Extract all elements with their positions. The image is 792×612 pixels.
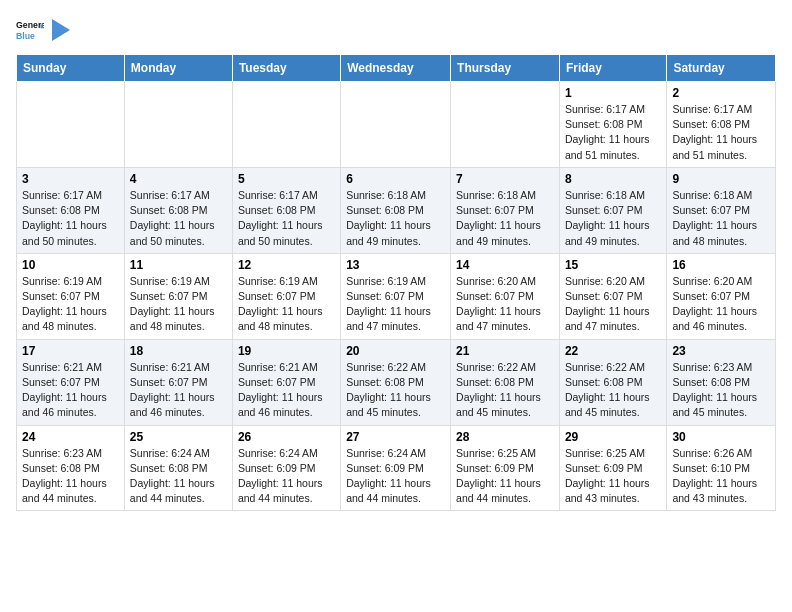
calendar-cell <box>124 82 232 168</box>
svg-text:Blue: Blue <box>16 31 35 41</box>
day-number: 10 <box>22 258 119 272</box>
day-number: 14 <box>456 258 554 272</box>
day-info: Sunrise: 6:20 AMSunset: 6:07 PMDaylight:… <box>672 274 770 335</box>
logo-icon: General Blue <box>16 16 44 44</box>
weekday-header-wednesday: Wednesday <box>341 55 451 82</box>
calendar-cell: 24Sunrise: 6:23 AMSunset: 6:08 PMDayligh… <box>17 425 125 511</box>
calendar-cell: 14Sunrise: 6:20 AMSunset: 6:07 PMDayligh… <box>451 253 560 339</box>
day-number: 4 <box>130 172 227 186</box>
day-number: 5 <box>238 172 335 186</box>
calendar-cell: 30Sunrise: 6:26 AMSunset: 6:10 PMDayligh… <box>667 425 776 511</box>
day-number: 1 <box>565 86 661 100</box>
svg-marker-3 <box>52 19 70 41</box>
calendar-week-2: 3Sunrise: 6:17 AMSunset: 6:08 PMDaylight… <box>17 167 776 253</box>
day-number: 15 <box>565 258 661 272</box>
day-number: 27 <box>346 430 445 444</box>
weekday-header-tuesday: Tuesday <box>232 55 340 82</box>
calendar-cell <box>17 82 125 168</box>
calendar-cell: 11Sunrise: 6:19 AMSunset: 6:07 PMDayligh… <box>124 253 232 339</box>
day-info: Sunrise: 6:19 AMSunset: 6:07 PMDaylight:… <box>22 274 119 335</box>
logo-arrow-icon <box>52 19 70 41</box>
day-info: Sunrise: 6:17 AMSunset: 6:08 PMDaylight:… <box>22 188 119 249</box>
day-info: Sunrise: 6:21 AMSunset: 6:07 PMDaylight:… <box>238 360 335 421</box>
day-info: Sunrise: 6:21 AMSunset: 6:07 PMDaylight:… <box>22 360 119 421</box>
day-info: Sunrise: 6:24 AMSunset: 6:08 PMDaylight:… <box>130 446 227 507</box>
day-number: 23 <box>672 344 770 358</box>
day-info: Sunrise: 6:23 AMSunset: 6:08 PMDaylight:… <box>672 360 770 421</box>
calendar-cell: 23Sunrise: 6:23 AMSunset: 6:08 PMDayligh… <box>667 339 776 425</box>
calendar-cell: 4Sunrise: 6:17 AMSunset: 6:08 PMDaylight… <box>124 167 232 253</box>
day-number: 13 <box>346 258 445 272</box>
calendar-week-3: 10Sunrise: 6:19 AMSunset: 6:07 PMDayligh… <box>17 253 776 339</box>
day-number: 11 <box>130 258 227 272</box>
day-info: Sunrise: 6:22 AMSunset: 6:08 PMDaylight:… <box>565 360 661 421</box>
calendar-cell: 16Sunrise: 6:20 AMSunset: 6:07 PMDayligh… <box>667 253 776 339</box>
day-number: 2 <box>672 86 770 100</box>
calendar-cell: 21Sunrise: 6:22 AMSunset: 6:08 PMDayligh… <box>451 339 560 425</box>
day-info: Sunrise: 6:18 AMSunset: 6:07 PMDaylight:… <box>672 188 770 249</box>
calendar-cell: 8Sunrise: 6:18 AMSunset: 6:07 PMDaylight… <box>559 167 666 253</box>
day-info: Sunrise: 6:17 AMSunset: 6:08 PMDaylight:… <box>238 188 335 249</box>
calendar-cell: 28Sunrise: 6:25 AMSunset: 6:09 PMDayligh… <box>451 425 560 511</box>
calendar-cell: 27Sunrise: 6:24 AMSunset: 6:09 PMDayligh… <box>341 425 451 511</box>
day-info: Sunrise: 6:17 AMSunset: 6:08 PMDaylight:… <box>565 102 661 163</box>
day-number: 29 <box>565 430 661 444</box>
calendar-cell: 26Sunrise: 6:24 AMSunset: 6:09 PMDayligh… <box>232 425 340 511</box>
day-number: 3 <box>22 172 119 186</box>
calendar-week-1: 1Sunrise: 6:17 AMSunset: 6:08 PMDaylight… <box>17 82 776 168</box>
calendar-cell: 9Sunrise: 6:18 AMSunset: 6:07 PMDaylight… <box>667 167 776 253</box>
day-number: 8 <box>565 172 661 186</box>
page-header: General Blue <box>16 16 776 44</box>
day-number: 18 <box>130 344 227 358</box>
calendar-cell: 15Sunrise: 6:20 AMSunset: 6:07 PMDayligh… <box>559 253 666 339</box>
day-info: Sunrise: 6:25 AMSunset: 6:09 PMDaylight:… <box>456 446 554 507</box>
calendar-cell: 1Sunrise: 6:17 AMSunset: 6:08 PMDaylight… <box>559 82 666 168</box>
day-info: Sunrise: 6:23 AMSunset: 6:08 PMDaylight:… <box>22 446 119 507</box>
calendar-cell: 19Sunrise: 6:21 AMSunset: 6:07 PMDayligh… <box>232 339 340 425</box>
calendar-cell: 17Sunrise: 6:21 AMSunset: 6:07 PMDayligh… <box>17 339 125 425</box>
day-number: 25 <box>130 430 227 444</box>
day-info: Sunrise: 6:24 AMSunset: 6:09 PMDaylight:… <box>346 446 445 507</box>
calendar-cell: 20Sunrise: 6:22 AMSunset: 6:08 PMDayligh… <box>341 339 451 425</box>
day-info: Sunrise: 6:20 AMSunset: 6:07 PMDaylight:… <box>456 274 554 335</box>
day-number: 24 <box>22 430 119 444</box>
svg-text:General: General <box>16 20 44 30</box>
calendar-cell: 13Sunrise: 6:19 AMSunset: 6:07 PMDayligh… <box>341 253 451 339</box>
calendar-week-5: 24Sunrise: 6:23 AMSunset: 6:08 PMDayligh… <box>17 425 776 511</box>
day-number: 28 <box>456 430 554 444</box>
day-number: 19 <box>238 344 335 358</box>
weekday-header-monday: Monday <box>124 55 232 82</box>
calendar-header: SundayMondayTuesdayWednesdayThursdayFrid… <box>17 55 776 82</box>
day-info: Sunrise: 6:19 AMSunset: 6:07 PMDaylight:… <box>238 274 335 335</box>
day-number: 22 <box>565 344 661 358</box>
day-info: Sunrise: 6:19 AMSunset: 6:07 PMDaylight:… <box>346 274 445 335</box>
day-info: Sunrise: 6:21 AMSunset: 6:07 PMDaylight:… <box>130 360 227 421</box>
day-info: Sunrise: 6:24 AMSunset: 6:09 PMDaylight:… <box>238 446 335 507</box>
day-info: Sunrise: 6:19 AMSunset: 6:07 PMDaylight:… <box>130 274 227 335</box>
day-info: Sunrise: 6:18 AMSunset: 6:07 PMDaylight:… <box>456 188 554 249</box>
day-number: 17 <box>22 344 119 358</box>
calendar-cell <box>451 82 560 168</box>
day-info: Sunrise: 6:22 AMSunset: 6:08 PMDaylight:… <box>456 360 554 421</box>
day-info: Sunrise: 6:20 AMSunset: 6:07 PMDaylight:… <box>565 274 661 335</box>
day-info: Sunrise: 6:18 AMSunset: 6:07 PMDaylight:… <box>565 188 661 249</box>
day-info: Sunrise: 6:17 AMSunset: 6:08 PMDaylight:… <box>130 188 227 249</box>
day-info: Sunrise: 6:22 AMSunset: 6:08 PMDaylight:… <box>346 360 445 421</box>
logo: General Blue <box>16 16 70 44</box>
day-number: 6 <box>346 172 445 186</box>
calendar-cell: 2Sunrise: 6:17 AMSunset: 6:08 PMDaylight… <box>667 82 776 168</box>
day-info: Sunrise: 6:17 AMSunset: 6:08 PMDaylight:… <box>672 102 770 163</box>
calendar-cell: 7Sunrise: 6:18 AMSunset: 6:07 PMDaylight… <box>451 167 560 253</box>
calendar-table: SundayMondayTuesdayWednesdayThursdayFrid… <box>16 54 776 511</box>
day-number: 21 <box>456 344 554 358</box>
calendar-cell: 18Sunrise: 6:21 AMSunset: 6:07 PMDayligh… <box>124 339 232 425</box>
calendar-cell <box>341 82 451 168</box>
calendar-week-4: 17Sunrise: 6:21 AMSunset: 6:07 PMDayligh… <box>17 339 776 425</box>
day-info: Sunrise: 6:26 AMSunset: 6:10 PMDaylight:… <box>672 446 770 507</box>
day-number: 12 <box>238 258 335 272</box>
calendar-cell: 5Sunrise: 6:17 AMSunset: 6:08 PMDaylight… <box>232 167 340 253</box>
calendar-cell: 29Sunrise: 6:25 AMSunset: 6:09 PMDayligh… <box>559 425 666 511</box>
day-number: 16 <box>672 258 770 272</box>
calendar-cell: 12Sunrise: 6:19 AMSunset: 6:07 PMDayligh… <box>232 253 340 339</box>
weekday-header-friday: Friday <box>559 55 666 82</box>
